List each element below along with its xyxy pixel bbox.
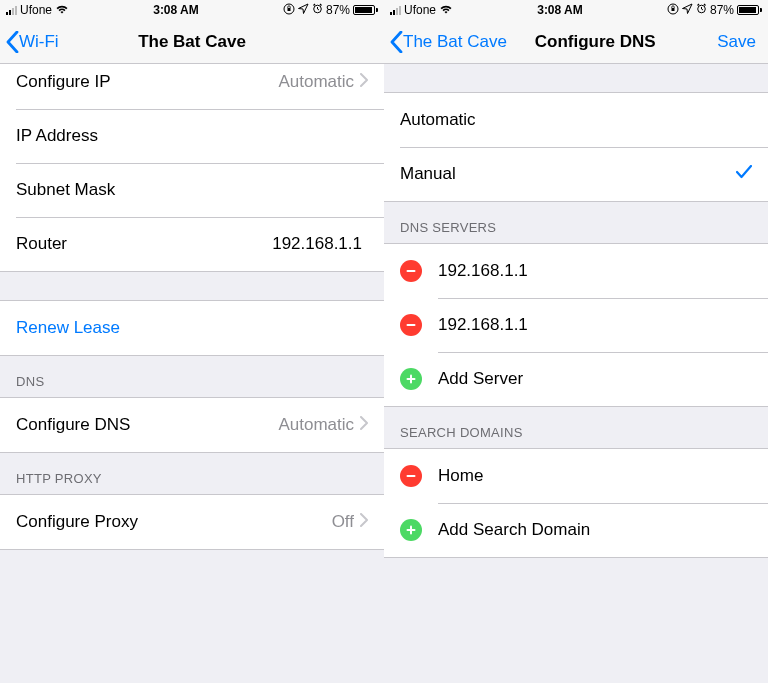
configure-dns-row[interactable]: Configure DNS Automatic bbox=[0, 398, 384, 452]
back-label: Wi-Fi bbox=[19, 32, 59, 52]
battery-icon bbox=[737, 5, 762, 15]
battery-icon bbox=[353, 5, 378, 15]
carrier-label: Ufone bbox=[404, 3, 436, 17]
ip-address-row[interactable]: IP Address bbox=[0, 109, 384, 163]
router-value: 192.168.1.1 bbox=[272, 234, 362, 254]
battery-pct: 87% bbox=[326, 3, 350, 17]
chevron-right-icon bbox=[360, 512, 368, 532]
wifi-icon bbox=[439, 4, 453, 16]
screen-configure-dns: Ufone 3:08 AM 87% The Bat Cave bbox=[384, 0, 768, 683]
plus-icon bbox=[405, 373, 417, 385]
alarm-icon bbox=[696, 3, 707, 17]
http-proxy-header: HTTP PROXY bbox=[0, 453, 384, 494]
dns-server-value: 192.168.1.1 bbox=[438, 315, 752, 335]
proxy-group: Configure Proxy Off bbox=[0, 494, 384, 550]
wifi-icon bbox=[55, 4, 69, 16]
status-left: Ufone bbox=[390, 3, 453, 17]
router-row[interactable]: Router 192.168.1.1 bbox=[0, 217, 384, 271]
configure-proxy-label: Configure Proxy bbox=[16, 512, 332, 532]
chevron-right-icon bbox=[360, 72, 368, 92]
svg-rect-4 bbox=[671, 8, 674, 11]
save-button[interactable]: Save bbox=[717, 32, 756, 52]
configure-ip-value: Automatic bbox=[278, 72, 354, 92]
cellular-signal-icon bbox=[6, 5, 17, 15]
minus-icon bbox=[405, 265, 417, 277]
delete-button[interactable] bbox=[400, 314, 422, 336]
screen-wifi-details: Ufone 3:08 AM 87% Wi-Fi Th bbox=[0, 0, 384, 683]
nav-title: Configure DNS bbox=[535, 32, 656, 52]
svg-rect-6 bbox=[407, 270, 416, 272]
status-bar: Ufone 3:08 AM 87% bbox=[0, 0, 384, 20]
status-left: Ufone bbox=[6, 3, 69, 17]
delete-button[interactable] bbox=[400, 465, 422, 487]
add-search-domain-row[interactable]: Add Search Domain bbox=[384, 503, 768, 557]
plus-icon bbox=[405, 524, 417, 536]
minus-icon bbox=[405, 470, 417, 482]
minus-icon bbox=[405, 319, 417, 331]
configure-proxy-value: Off bbox=[332, 512, 354, 532]
dns-server-row[interactable]: 192.168.1.1 bbox=[384, 298, 768, 352]
configure-ip-row[interactable]: Configure IP Automatic bbox=[0, 64, 384, 109]
location-icon bbox=[298, 3, 309, 17]
svg-rect-9 bbox=[410, 375, 412, 384]
back-button[interactable]: The Bat Cave bbox=[384, 31, 507, 53]
svg-rect-10 bbox=[407, 475, 416, 477]
add-search-domain-label: Add Search Domain bbox=[438, 520, 752, 540]
dns-mode-automatic-row[interactable]: Automatic bbox=[384, 93, 768, 147]
delete-button[interactable] bbox=[400, 260, 422, 282]
configure-dns-label: Configure DNS bbox=[16, 415, 278, 435]
dns-header: DNS bbox=[0, 356, 384, 397]
add-button[interactable] bbox=[400, 519, 422, 541]
configure-ip-label: Configure IP bbox=[16, 72, 278, 92]
search-domain-value: Home bbox=[438, 466, 752, 486]
dns-server-value: 192.168.1.1 bbox=[438, 261, 752, 281]
automatic-label: Automatic bbox=[400, 110, 752, 130]
configure-proxy-row[interactable]: Configure Proxy Off bbox=[0, 495, 384, 549]
content-area: Configure IP Automatic IP Address Subnet… bbox=[0, 64, 384, 683]
renew-lease-label: Renew Lease bbox=[16, 318, 120, 338]
search-domain-row[interactable]: Home bbox=[384, 449, 768, 503]
status-bar: Ufone 3:08 AM 87% bbox=[384, 0, 768, 20]
chevron-right-icon bbox=[360, 415, 368, 435]
router-label: Router bbox=[16, 234, 272, 254]
chevron-left-icon bbox=[6, 31, 19, 53]
svg-rect-12 bbox=[410, 526, 412, 535]
subnet-mask-label: Subnet Mask bbox=[16, 180, 368, 200]
ipv4-group: Configure IP Automatic IP Address Subnet… bbox=[0, 64, 384, 272]
add-server-label: Add Server bbox=[438, 369, 752, 389]
dns-server-row[interactable]: 192.168.1.1 bbox=[384, 244, 768, 298]
dns-servers-header: DNS SERVERS bbox=[384, 202, 768, 243]
back-label: The Bat Cave bbox=[403, 32, 507, 52]
add-button[interactable] bbox=[400, 368, 422, 390]
add-server-row[interactable]: Add Server bbox=[384, 352, 768, 406]
search-domains-group: Home Add Search Domain bbox=[384, 448, 768, 558]
nav-bar: The Bat Cave Configure DNS Save bbox=[384, 20, 768, 64]
ip-address-label: IP Address bbox=[16, 126, 368, 146]
dns-mode-group: Automatic Manual bbox=[384, 92, 768, 202]
manual-label: Manual bbox=[400, 164, 736, 184]
svg-rect-1 bbox=[287, 8, 290, 11]
alarm-icon bbox=[312, 3, 323, 17]
cellular-signal-icon bbox=[390, 5, 401, 15]
content-area: Automatic Manual DNS SERVERS 192.168.1.1… bbox=[384, 64, 768, 683]
chevron-left-icon bbox=[390, 31, 403, 53]
rotation-lock-icon bbox=[283, 3, 295, 18]
battery-pct: 87% bbox=[710, 3, 734, 17]
rotation-lock-icon bbox=[667, 3, 679, 18]
dns-group: Configure DNS Automatic bbox=[0, 397, 384, 453]
nav-bar: Wi-Fi The Bat Cave bbox=[0, 20, 384, 64]
status-right: 87% bbox=[283, 3, 378, 18]
status-time: 3:08 AM bbox=[153, 3, 199, 17]
dns-servers-group: 192.168.1.1 192.168.1.1 Add Server bbox=[384, 243, 768, 407]
subnet-mask-row[interactable]: Subnet Mask bbox=[0, 163, 384, 217]
status-right: 87% bbox=[667, 3, 762, 18]
renew-lease-button[interactable]: Renew Lease bbox=[0, 301, 384, 355]
checkmark-icon bbox=[736, 164, 752, 184]
renew-lease-group: Renew Lease bbox=[0, 300, 384, 356]
dns-mode-manual-row[interactable]: Manual bbox=[384, 147, 768, 201]
nav-title: The Bat Cave bbox=[138, 32, 246, 52]
carrier-label: Ufone bbox=[20, 3, 52, 17]
status-time: 3:08 AM bbox=[537, 3, 583, 17]
configure-dns-value: Automatic bbox=[278, 415, 354, 435]
back-button[interactable]: Wi-Fi bbox=[0, 31, 59, 53]
